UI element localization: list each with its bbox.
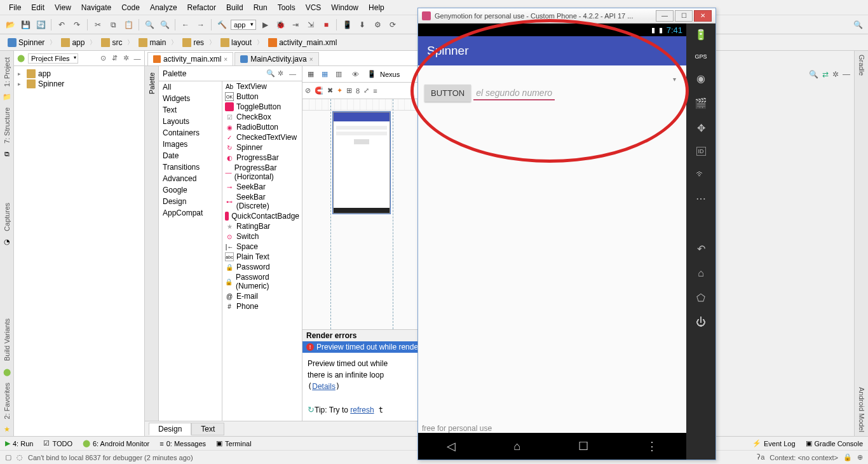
expand-icon[interactable]: ⤢ [363,86,369,95]
pal-item[interactable]: abcPlain Text [222,252,302,262]
pal-cat[interactable]: Transitions [159,161,222,173]
structure-icon[interactable]: ⚙ [371,18,384,31]
collapse-icon[interactable]: ⊙ [98,54,107,62]
crumb-app[interactable]: app [57,38,88,48]
redo-icon[interactable]: ↷ [71,18,83,31]
crumb-main[interactable]: main [135,38,170,48]
menu-edit[interactable]: Edit [26,2,50,13]
menu-run[interactable]: Run [248,2,273,13]
menu-build[interactable]: Build [221,2,248,13]
menu-code[interactable]: Code [116,2,145,13]
pal-cat[interactable]: Google [159,184,222,196]
wand-icon[interactable]: ✦ [337,86,342,95]
pal-cat[interactable]: Advanced [159,173,222,184]
palette-side-tab[interactable]: Palette [145,66,159,421]
settings-icon[interactable]: ⊕ [857,453,863,461]
crumb-file[interactable]: activity_main.xml [264,38,341,48]
grid-icon[interactable]: ▦ [319,69,330,80]
pal-item[interactable]: ToggleButton [222,102,302,112]
run-config-combo[interactable]: app [231,20,256,30]
pal-item[interactable]: ⊸SeekBar [222,182,302,192]
pal-cat[interactable]: Design [159,196,222,207]
open-icon[interactable]: 📂 [4,18,17,31]
pal-item[interactable]: —ProgressBar (Horizontal) [222,163,302,182]
layout-preview[interactable] [333,112,390,214]
pal-cat[interactable]: Layouts [159,116,222,127]
paste-icon[interactable]: 📋 [122,18,135,31]
pal-item[interactable]: ★RatingBar [222,221,302,231]
power-icon[interactable]: ⏻ [696,317,706,328]
emulator-screen[interactable]: ▮ ▮ 7:41 Spinner BUTTON el segundo numer… [418,24,686,460]
copy-icon[interactable]: ⧉ [107,18,119,31]
expand-arrow-icon[interactable]: ▸ [18,71,24,77]
maximize-button[interactable]: ☐ [675,10,693,22]
rss-icon[interactable]: ᯤ [696,168,706,180]
visibility-icon[interactable]: ⊘ [305,86,311,95]
debug-icon[interactable]: 🐞 [274,18,287,31]
pal-item[interactable]: ↻Spinner [222,142,302,153]
context-value[interactable]: Context: <no context> [770,454,838,461]
lock-icon[interactable]: 🔒 [843,453,852,461]
id-icon[interactable]: ID [696,147,706,156]
refresh-link[interactable]: refresh [350,406,374,414]
undo-icon[interactable]: ↶ [55,18,68,31]
nav-back-icon[interactable]: ↶ [697,243,705,255]
app-button[interactable]: BUTTON [424,85,471,102]
clear-icon[interactable]: ✖ [327,86,333,95]
tab-captures[interactable]: Captures [2,199,12,235]
menu-analyze[interactable]: Analyze [145,2,182,13]
menu-view[interactable]: View [50,2,76,13]
menu-navigate[interactable]: Navigate [76,2,116,13]
project-tree[interactable]: ▸ app ▸ Spinner [14,66,144,92]
tab-gradle-console[interactable]: ▣Gradle Console [806,439,863,447]
tab-activity-main[interactable]: activity_main.xml × [147,52,233,65]
pal-item[interactable]: OKButton [222,92,302,102]
pal-item[interactable]: #Phone [222,301,302,311]
tab-terminal[interactable]: ▣Terminal [216,439,252,447]
menu-help[interactable]: Help [363,2,390,13]
hide-icon[interactable]: — [289,70,298,78]
move-icon[interactable]: ✥ [697,122,705,134]
close-tab-icon[interactable]: × [224,56,227,63]
camera-icon[interactable]: ◉ [696,72,705,85]
select-icon[interactable]: ▦ [305,69,316,80]
details-link[interactable]: Details [312,382,336,391]
pal-cat[interactable]: Text [159,104,222,116]
pal-item[interactable]: ⊙Switch [222,231,302,242]
crumb-src[interactable]: src [97,38,126,48]
profile-icon[interactable]: ⇥ [289,18,302,31]
sync-gradle-icon[interactable]: ⟳ [386,18,399,31]
tab-todo[interactable]: ☑TODO [43,439,72,447]
tab-build-variants[interactable]: Build Variants [2,315,12,365]
replace-icon[interactable]: 🔍 [158,18,171,31]
stop-icon[interactable]: ■ [320,18,332,31]
tab-text[interactable]: Text [191,423,224,435]
menu-icon[interactable]: ⋮ [646,439,658,453]
tab-design[interactable]: Design [149,423,191,435]
menu-window[interactable]: Window [326,2,363,13]
make-icon[interactable]: 🔨 [215,18,228,31]
back-icon[interactable]: ← [179,18,192,31]
hide-icon[interactable]: — [843,70,850,79]
menu-file[interactable]: File [4,2,26,13]
forward-icon[interactable]: → [194,18,207,31]
pal-item[interactable]: ☑CheckBox [222,112,302,122]
sync-icon[interactable]: ⇄ [822,70,829,79]
find-icon[interactable]: 🔍 [143,18,156,31]
sms-icon[interactable]: ⋯ [696,193,706,205]
close-tab-icon[interactable]: × [309,56,313,63]
recent-icon[interactable]: ☐ [578,439,588,453]
tab-android-model[interactable]: Android Model [857,383,867,436]
gear-icon[interactable]: ✲ [278,69,287,78]
tab-run[interactable]: ▶4: Run [5,439,33,447]
sdk-icon[interactable]: ⬇ [356,18,369,31]
tab-android-monitor[interactable]: ⬤6: Android Monitor [83,439,149,447]
clapper-icon[interactable]: 🎬 [695,97,707,109]
battery-icon[interactable]: 🔋 [695,29,707,41]
pal-item[interactable]: @E-mail [222,291,302,301]
crumb-layout[interactable]: layout [217,38,255,48]
pal-cat[interactable]: AppCompat [159,207,222,219]
nav-home-icon[interactable]: ⌂ [698,268,704,279]
project-view-combo[interactable]: Project Files [28,53,78,64]
pack-icon[interactable]: ≡ [373,87,377,95]
